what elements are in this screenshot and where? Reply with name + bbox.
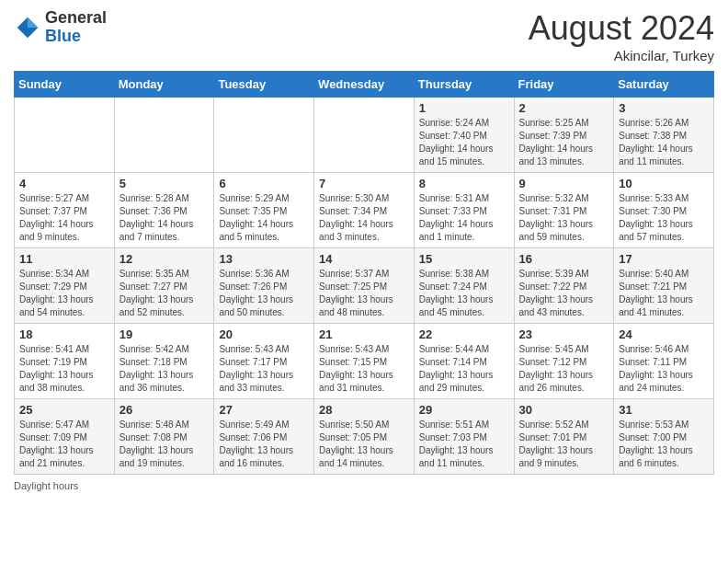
calendar-cell: 22Sunrise: 5:44 AM Sunset: 7:14 PM Dayli…	[414, 324, 514, 399]
month-year: August 2024	[529, 9, 714, 48]
day-number: 25	[19, 403, 109, 417]
day-number: 22	[419, 327, 509, 341]
calendar-week-row: 18Sunrise: 5:41 AM Sunset: 7:19 PM Dayli…	[15, 324, 714, 399]
day-number: 27	[219, 403, 309, 417]
calendar-cell: 18Sunrise: 5:41 AM Sunset: 7:19 PM Dayli…	[15, 324, 115, 399]
day-info: Sunrise: 5:28 AM Sunset: 7:36 PM Dayligh…	[119, 192, 210, 244]
calendar-week-row: 1Sunrise: 5:24 AM Sunset: 7:40 PM Daylig…	[15, 98, 714, 173]
calendar-week-row: 4Sunrise: 5:27 AM Sunset: 7:37 PM Daylig…	[15, 173, 714, 248]
day-of-week-header: Tuesday	[214, 72, 314, 98]
calendar-header-row: SundayMondayTuesdayWednesdayThursdayFrid…	[15, 72, 714, 98]
day-number: 18	[19, 327, 109, 341]
calendar-cell: 16Sunrise: 5:39 AM Sunset: 7:22 PM Dayli…	[514, 248, 614, 324]
svg-marker-1	[28, 17, 38, 28]
calendar-cell: 2Sunrise: 5:25 AM Sunset: 7:39 PM Daylig…	[514, 98, 614, 173]
day-of-week-header: Friday	[514, 72, 614, 98]
day-info: Sunrise: 5:49 AM Sunset: 7:06 PM Dayligh…	[219, 419, 309, 470]
day-info: Sunrise: 5:25 AM Sunset: 7:39 PM Dayligh…	[519, 117, 609, 168]
day-info: Sunrise: 5:37 AM Sunset: 7:25 PM Dayligh…	[319, 268, 409, 319]
day-number: 14	[319, 252, 409, 266]
day-number: 21	[319, 327, 409, 341]
day-info: Sunrise: 5:44 AM Sunset: 7:14 PM Dayligh…	[419, 343, 509, 395]
day-of-week-header: Monday	[114, 72, 214, 98]
day-number: 8	[419, 177, 509, 190]
calendar-cell: 24Sunrise: 5:46 AM Sunset: 7:11 PM Dayli…	[614, 324, 714, 399]
calendar-cell: 1Sunrise: 5:24 AM Sunset: 7:40 PM Daylig…	[414, 98, 514, 173]
day-info: Sunrise: 5:35 AM Sunset: 7:27 PM Dayligh…	[119, 268, 210, 319]
day-info: Sunrise: 5:51 AM Sunset: 7:03 PM Dayligh…	[419, 419, 509, 470]
day-of-week-header: Saturday	[614, 72, 714, 98]
day-info: Sunrise: 5:47 AM Sunset: 7:09 PM Dayligh…	[19, 419, 109, 470]
day-info: Sunrise: 5:43 AM Sunset: 7:17 PM Dayligh…	[219, 343, 309, 395]
calendar-cell	[114, 98, 214, 173]
calendar-cell: 26Sunrise: 5:48 AM Sunset: 7:08 PM Dayli…	[114, 399, 214, 475]
calendar-cell: 12Sunrise: 5:35 AM Sunset: 7:27 PM Dayli…	[114, 248, 214, 324]
calendar-cell: 10Sunrise: 5:33 AM Sunset: 7:30 PM Dayli…	[614, 173, 714, 248]
day-info: Sunrise: 5:32 AM Sunset: 7:31 PM Dayligh…	[519, 192, 609, 244]
day-number: 6	[219, 177, 309, 190]
day-info: Sunrise: 5:48 AM Sunset: 7:08 PM Dayligh…	[119, 419, 210, 470]
day-number: 12	[119, 252, 210, 266]
calendar-cell	[15, 98, 115, 173]
day-number: 24	[619, 327, 709, 341]
page-header: General Blue August 2024 Akincilar, Turk…	[14, 9, 714, 63]
calendar-cell: 20Sunrise: 5:43 AM Sunset: 7:17 PM Dayli…	[214, 324, 314, 399]
day-info: Sunrise: 5:43 AM Sunset: 7:15 PM Dayligh…	[319, 343, 409, 395]
calendar-cell: 27Sunrise: 5:49 AM Sunset: 7:06 PM Dayli…	[214, 399, 314, 475]
calendar-cell: 9Sunrise: 5:32 AM Sunset: 7:31 PM Daylig…	[514, 173, 614, 248]
day-info: Sunrise: 5:41 AM Sunset: 7:19 PM Dayligh…	[19, 343, 109, 395]
day-info: Sunrise: 5:27 AM Sunset: 7:37 PM Dayligh…	[19, 192, 109, 244]
day-number: 3	[619, 101, 709, 115]
calendar-week-row: 25Sunrise: 5:47 AM Sunset: 7:09 PM Dayli…	[15, 399, 714, 475]
calendar-cell: 29Sunrise: 5:51 AM Sunset: 7:03 PM Dayli…	[414, 399, 514, 475]
day-number: 28	[319, 403, 409, 417]
footer: Daylight hours	[14, 480, 714, 491]
day-info: Sunrise: 5:46 AM Sunset: 7:11 PM Dayligh…	[619, 343, 709, 395]
day-info: Sunrise: 5:31 AM Sunset: 7:33 PM Dayligh…	[419, 192, 509, 244]
day-number: 19	[119, 327, 210, 341]
calendar-cell: 19Sunrise: 5:42 AM Sunset: 7:18 PM Dayli…	[114, 324, 214, 399]
day-info: Sunrise: 5:38 AM Sunset: 7:24 PM Dayligh…	[419, 268, 509, 319]
calendar-cell	[314, 98, 415, 173]
day-number: 31	[619, 403, 709, 417]
day-number: 9	[519, 177, 609, 190]
title-block: August 2024 Akincilar, Turkey	[529, 9, 714, 63]
day-info: Sunrise: 5:29 AM Sunset: 7:35 PM Dayligh…	[219, 192, 309, 244]
calendar-cell: 28Sunrise: 5:50 AM Sunset: 7:05 PM Dayli…	[314, 399, 415, 475]
day-of-week-header: Thursday	[414, 72, 514, 98]
day-info: Sunrise: 5:39 AM Sunset: 7:22 PM Dayligh…	[519, 268, 609, 319]
calendar-table: SundayMondayTuesdayWednesdayThursdayFrid…	[14, 71, 714, 475]
day-of-week-header: Sunday	[15, 72, 115, 98]
day-of-week-header: Wednesday	[314, 72, 415, 98]
calendar-cell	[214, 98, 314, 173]
calendar-cell: 7Sunrise: 5:30 AM Sunset: 7:34 PM Daylig…	[314, 173, 415, 248]
location: Akincilar, Turkey	[529, 48, 714, 63]
daylight-label: Daylight hours	[14, 480, 78, 491]
day-info: Sunrise: 5:42 AM Sunset: 7:18 PM Dayligh…	[119, 343, 210, 395]
day-number: 30	[519, 403, 609, 417]
day-number: 4	[19, 177, 109, 190]
calendar-cell: 4Sunrise: 5:27 AM Sunset: 7:37 PM Daylig…	[15, 173, 115, 248]
calendar-cell: 3Sunrise: 5:26 AM Sunset: 7:38 PM Daylig…	[614, 98, 714, 173]
day-info: Sunrise: 5:53 AM Sunset: 7:00 PM Dayligh…	[619, 419, 709, 470]
day-number: 29	[419, 403, 509, 417]
calendar-cell: 31Sunrise: 5:53 AM Sunset: 7:00 PM Dayli…	[614, 399, 714, 475]
calendar-cell: 11Sunrise: 5:34 AM Sunset: 7:29 PM Dayli…	[15, 248, 115, 324]
calendar-cell: 5Sunrise: 5:28 AM Sunset: 7:36 PM Daylig…	[114, 173, 214, 248]
day-number: 15	[419, 252, 509, 266]
calendar-cell: 13Sunrise: 5:36 AM Sunset: 7:26 PM Dayli…	[214, 248, 314, 324]
day-info: Sunrise: 5:36 AM Sunset: 7:26 PM Dayligh…	[219, 268, 309, 319]
day-number: 26	[119, 403, 210, 417]
calendar-cell: 8Sunrise: 5:31 AM Sunset: 7:33 PM Daylig…	[414, 173, 514, 248]
day-info: Sunrise: 5:33 AM Sunset: 7:30 PM Dayligh…	[619, 192, 709, 244]
calendar-week-row: 11Sunrise: 5:34 AM Sunset: 7:29 PM Dayli…	[15, 248, 714, 324]
day-info: Sunrise: 5:50 AM Sunset: 7:05 PM Dayligh…	[319, 419, 409, 470]
day-number: 16	[519, 252, 609, 266]
day-number: 20	[219, 327, 309, 341]
logo-text: General Blue	[45, 9, 107, 46]
day-number: 2	[519, 101, 609, 115]
logo: General Blue	[14, 9, 107, 46]
calendar-cell: 25Sunrise: 5:47 AM Sunset: 7:09 PM Dayli…	[15, 399, 115, 475]
logo-icon	[14, 14, 41, 41]
calendar-cell: 15Sunrise: 5:38 AM Sunset: 7:24 PM Dayli…	[414, 248, 514, 324]
